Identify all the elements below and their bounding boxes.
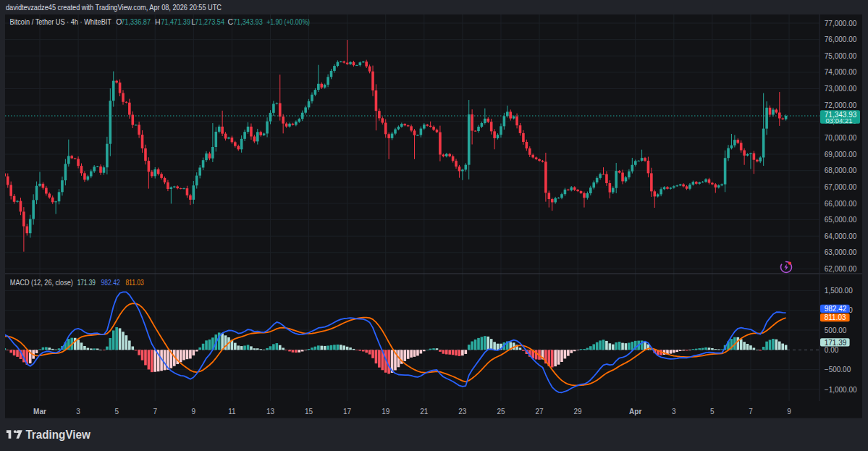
- svg-text:500.00: 500.00: [825, 326, 847, 334]
- svg-text:27: 27: [535, 408, 544, 416]
- svg-text:5: 5: [114, 408, 119, 416]
- svg-text:71,273.54: 71,273.54: [195, 18, 224, 26]
- svg-text:17: 17: [343, 408, 352, 416]
- svg-text:0.00: 0.00: [825, 346, 839, 354]
- svg-text:MACD (12, 26, close): MACD (12, 26, close): [10, 278, 73, 287]
- svg-text:11: 11: [228, 408, 236, 416]
- svg-text:29: 29: [574, 408, 583, 416]
- svg-text:03:04:21: 03:04:21: [826, 117, 853, 125]
- svg-text:71,343.93: 71,343.93: [233, 18, 263, 26]
- svg-text:davidtevzadze45 created with T: davidtevzadze45 created with TradingView…: [6, 3, 222, 12]
- svg-text:13: 13: [266, 408, 275, 416]
- svg-text:63,000.00: 63,000.00: [825, 248, 857, 256]
- svg-text:67,000.00: 67,000.00: [825, 183, 857, 191]
- svg-text:7: 7: [153, 408, 157, 416]
- svg-text:171.39: 171.39: [77, 279, 96, 287]
- svg-text:3: 3: [76, 408, 80, 416]
- svg-text:1,500.00: 1,500.00: [825, 287, 853, 295]
- svg-text:H: H: [155, 17, 161, 26]
- svg-text:23: 23: [458, 408, 467, 416]
- svg-text:982.42: 982.42: [101, 279, 120, 287]
- svg-text:21: 21: [420, 408, 429, 416]
- svg-text:−1,000.00: −1,000.00: [825, 386, 857, 394]
- svg-text:68,000.00: 68,000.00: [825, 167, 857, 174]
- svg-text:+1.90 (+0.00%): +1.90 (+0.00%): [266, 18, 310, 26]
- svg-text:64,000.00: 64,000.00: [825, 232, 857, 240]
- svg-text:811.03: 811.03: [125, 279, 144, 287]
- svg-text:73,000.00: 73,000.00: [825, 85, 857, 93]
- svg-text:66,000.00: 66,000.00: [825, 200, 857, 208]
- svg-text:5: 5: [710, 408, 715, 416]
- svg-text:TradingView: TradingView: [25, 428, 90, 441]
- svg-text:76,000.00: 76,000.00: [825, 35, 857, 43]
- svg-text:75,000.00: 75,000.00: [825, 52, 857, 60]
- svg-text:−500.00: −500.00: [825, 366, 851, 374]
- svg-text:9: 9: [192, 408, 196, 416]
- svg-text:70,000.00: 70,000.00: [825, 134, 857, 142]
- svg-text:9: 9: [787, 408, 791, 416]
- svg-text:982.42: 982.42: [825, 305, 847, 313]
- svg-text:72,000.00: 72,000.00: [825, 101, 857, 109]
- svg-text:69,000.00: 69,000.00: [825, 151, 857, 159]
- svg-text:62,000.00: 62,000.00: [825, 265, 857, 273]
- svg-text:Mar: Mar: [33, 408, 46, 416]
- svg-text:Bitcoin / Tether US · 4h · Whi: Bitcoin / Tether US · 4h · WhiteBIT: [10, 17, 112, 26]
- svg-text:74,000.00: 74,000.00: [825, 68, 857, 76]
- svg-text:77,000.00: 77,000.00: [825, 20, 857, 28]
- svg-text:7: 7: [749, 408, 753, 416]
- svg-text:65,000.00: 65,000.00: [825, 216, 857, 224]
- svg-text:15: 15: [305, 408, 313, 416]
- svg-text:171.39: 171.39: [825, 339, 847, 347]
- svg-text:Apr: Apr: [629, 408, 641, 416]
- svg-text:25: 25: [497, 408, 505, 416]
- svg-text:811.03: 811.03: [825, 313, 846, 321]
- svg-text:71,336.87: 71,336.87: [121, 18, 151, 26]
- svg-text:3: 3: [672, 408, 676, 416]
- svg-text:19: 19: [382, 408, 390, 416]
- svg-text:71,471.39: 71,471.39: [161, 18, 190, 26]
